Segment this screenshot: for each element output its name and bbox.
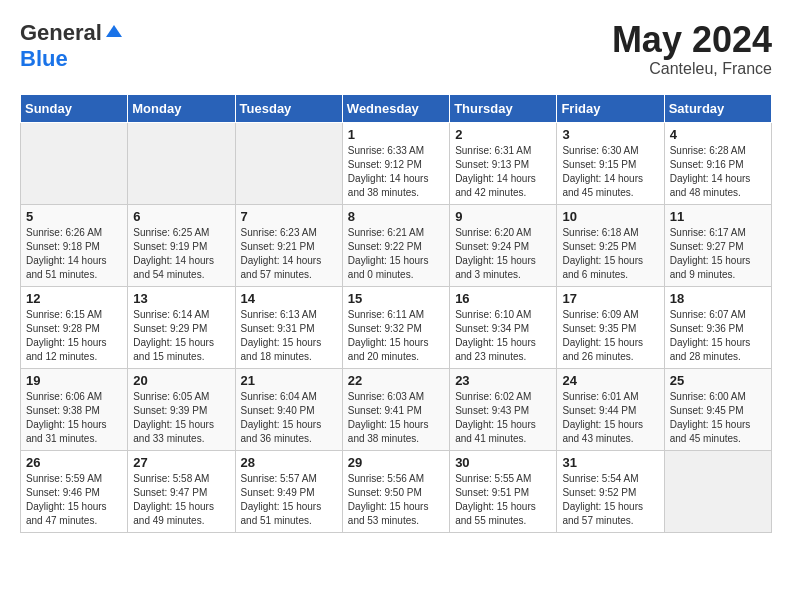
calendar-cell: 31 Sunrise: 5:54 AMSunset: 9:52 PMDaylig… (557, 450, 664, 532)
cell-info: Sunrise: 6:25 AMSunset: 9:19 PMDaylight:… (133, 227, 214, 280)
calendar-cell: 29 Sunrise: 5:56 AMSunset: 9:50 PMDaylig… (342, 450, 449, 532)
day-number: 31 (562, 455, 658, 470)
weekday-header-wednesday: Wednesday (342, 94, 449, 122)
calendar-cell (128, 122, 235, 204)
cell-info: Sunrise: 6:10 AMSunset: 9:34 PMDaylight:… (455, 309, 536, 362)
day-number: 3 (562, 127, 658, 142)
calendar-week-row: 5 Sunrise: 6:26 AMSunset: 9:18 PMDayligh… (21, 204, 772, 286)
logo-blue-text: Blue (20, 46, 68, 72)
cell-info: Sunrise: 6:11 AMSunset: 9:32 PMDaylight:… (348, 309, 429, 362)
day-number: 9 (455, 209, 551, 224)
weekday-header-monday: Monday (128, 94, 235, 122)
day-number: 16 (455, 291, 551, 306)
logo: General Blue (20, 20, 124, 72)
month-year-title: May 2024 (612, 20, 772, 60)
calendar-cell: 11 Sunrise: 6:17 AMSunset: 9:27 PMDaylig… (664, 204, 771, 286)
calendar-cell: 3 Sunrise: 6:30 AMSunset: 9:15 PMDayligh… (557, 122, 664, 204)
cell-info: Sunrise: 5:55 AMSunset: 9:51 PMDaylight:… (455, 473, 536, 526)
day-number: 25 (670, 373, 766, 388)
cell-info: Sunrise: 6:26 AMSunset: 9:18 PMDaylight:… (26, 227, 107, 280)
calendar-cell: 25 Sunrise: 6:00 AMSunset: 9:45 PMDaylig… (664, 368, 771, 450)
location-subtitle: Canteleu, France (612, 60, 772, 78)
cell-info: Sunrise: 6:17 AMSunset: 9:27 PMDaylight:… (670, 227, 751, 280)
cell-info: Sunrise: 6:28 AMSunset: 9:16 PMDaylight:… (670, 145, 751, 198)
cell-info: Sunrise: 6:15 AMSunset: 9:28 PMDaylight:… (26, 309, 107, 362)
weekday-header-tuesday: Tuesday (235, 94, 342, 122)
day-number: 4 (670, 127, 766, 142)
day-number: 29 (348, 455, 444, 470)
calendar-week-row: 19 Sunrise: 6:06 AMSunset: 9:38 PMDaylig… (21, 368, 772, 450)
calendar-cell: 17 Sunrise: 6:09 AMSunset: 9:35 PMDaylig… (557, 286, 664, 368)
weekday-header-sunday: Sunday (21, 94, 128, 122)
title-block: May 2024 Canteleu, France (612, 20, 772, 78)
day-number: 19 (26, 373, 122, 388)
calendar-cell: 19 Sunrise: 6:06 AMSunset: 9:38 PMDaylig… (21, 368, 128, 450)
cell-info: Sunrise: 5:58 AMSunset: 9:47 PMDaylight:… (133, 473, 214, 526)
cell-info: Sunrise: 6:06 AMSunset: 9:38 PMDaylight:… (26, 391, 107, 444)
cell-info: Sunrise: 6:30 AMSunset: 9:15 PMDaylight:… (562, 145, 643, 198)
day-number: 1 (348, 127, 444, 142)
cell-info: Sunrise: 6:33 AMSunset: 9:12 PMDaylight:… (348, 145, 429, 198)
calendar-header-row: SundayMondayTuesdayWednesdayThursdayFrid… (21, 94, 772, 122)
day-number: 11 (670, 209, 766, 224)
day-number: 6 (133, 209, 229, 224)
day-number: 12 (26, 291, 122, 306)
calendar-cell: 2 Sunrise: 6:31 AMSunset: 9:13 PMDayligh… (450, 122, 557, 204)
cell-info: Sunrise: 6:21 AMSunset: 9:22 PMDaylight:… (348, 227, 429, 280)
cell-info: Sunrise: 6:13 AMSunset: 9:31 PMDaylight:… (241, 309, 322, 362)
day-number: 23 (455, 373, 551, 388)
calendar-cell: 30 Sunrise: 5:55 AMSunset: 9:51 PMDaylig… (450, 450, 557, 532)
calendar-cell: 22 Sunrise: 6:03 AMSunset: 9:41 PMDaylig… (342, 368, 449, 450)
calendar-cell: 1 Sunrise: 6:33 AMSunset: 9:12 PMDayligh… (342, 122, 449, 204)
calendar-cell: 26 Sunrise: 5:59 AMSunset: 9:46 PMDaylig… (21, 450, 128, 532)
calendar-cell: 16 Sunrise: 6:10 AMSunset: 9:34 PMDaylig… (450, 286, 557, 368)
cell-info: Sunrise: 6:03 AMSunset: 9:41 PMDaylight:… (348, 391, 429, 444)
day-number: 5 (26, 209, 122, 224)
day-number: 10 (562, 209, 658, 224)
day-number: 28 (241, 455, 337, 470)
day-number: 14 (241, 291, 337, 306)
calendar-week-row: 12 Sunrise: 6:15 AMSunset: 9:28 PMDaylig… (21, 286, 772, 368)
weekday-header-thursday: Thursday (450, 94, 557, 122)
calendar-cell: 13 Sunrise: 6:14 AMSunset: 9:29 PMDaylig… (128, 286, 235, 368)
calendar-cell: 27 Sunrise: 5:58 AMSunset: 9:47 PMDaylig… (128, 450, 235, 532)
logo-icon (104, 23, 124, 43)
day-number: 17 (562, 291, 658, 306)
day-number: 27 (133, 455, 229, 470)
calendar-cell (235, 122, 342, 204)
day-number: 24 (562, 373, 658, 388)
day-number: 2 (455, 127, 551, 142)
calendar-week-row: 1 Sunrise: 6:33 AMSunset: 9:12 PMDayligh… (21, 122, 772, 204)
cell-info: Sunrise: 5:56 AMSunset: 9:50 PMDaylight:… (348, 473, 429, 526)
calendar-cell: 7 Sunrise: 6:23 AMSunset: 9:21 PMDayligh… (235, 204, 342, 286)
day-number: 15 (348, 291, 444, 306)
calendar-cell: 12 Sunrise: 6:15 AMSunset: 9:28 PMDaylig… (21, 286, 128, 368)
calendar-cell: 18 Sunrise: 6:07 AMSunset: 9:36 PMDaylig… (664, 286, 771, 368)
cell-info: Sunrise: 5:59 AMSunset: 9:46 PMDaylight:… (26, 473, 107, 526)
calendar-cell: 21 Sunrise: 6:04 AMSunset: 9:40 PMDaylig… (235, 368, 342, 450)
cell-info: Sunrise: 6:23 AMSunset: 9:21 PMDaylight:… (241, 227, 322, 280)
page-header: General Blue May 2024 Canteleu, France (20, 20, 772, 78)
calendar-cell: 9 Sunrise: 6:20 AMSunset: 9:24 PMDayligh… (450, 204, 557, 286)
calendar-cell: 14 Sunrise: 6:13 AMSunset: 9:31 PMDaylig… (235, 286, 342, 368)
calendar-cell: 4 Sunrise: 6:28 AMSunset: 9:16 PMDayligh… (664, 122, 771, 204)
calendar-week-row: 26 Sunrise: 5:59 AMSunset: 9:46 PMDaylig… (21, 450, 772, 532)
calendar-cell: 15 Sunrise: 6:11 AMSunset: 9:32 PMDaylig… (342, 286, 449, 368)
cell-info: Sunrise: 5:57 AMSunset: 9:49 PMDaylight:… (241, 473, 322, 526)
day-number: 7 (241, 209, 337, 224)
calendar-cell: 8 Sunrise: 6:21 AMSunset: 9:22 PMDayligh… (342, 204, 449, 286)
calendar-cell: 24 Sunrise: 6:01 AMSunset: 9:44 PMDaylig… (557, 368, 664, 450)
cell-info: Sunrise: 6:07 AMSunset: 9:36 PMDaylight:… (670, 309, 751, 362)
day-number: 26 (26, 455, 122, 470)
calendar-cell: 23 Sunrise: 6:02 AMSunset: 9:43 PMDaylig… (450, 368, 557, 450)
calendar-cell: 10 Sunrise: 6:18 AMSunset: 9:25 PMDaylig… (557, 204, 664, 286)
logo-general-text: General (20, 20, 102, 46)
cell-info: Sunrise: 6:31 AMSunset: 9:13 PMDaylight:… (455, 145, 536, 198)
calendar-table: SundayMondayTuesdayWednesdayThursdayFrid… (20, 94, 772, 533)
calendar-cell (664, 450, 771, 532)
cell-info: Sunrise: 6:01 AMSunset: 9:44 PMDaylight:… (562, 391, 643, 444)
day-number: 18 (670, 291, 766, 306)
day-number: 8 (348, 209, 444, 224)
calendar-cell (21, 122, 128, 204)
svg-marker-0 (106, 25, 122, 37)
